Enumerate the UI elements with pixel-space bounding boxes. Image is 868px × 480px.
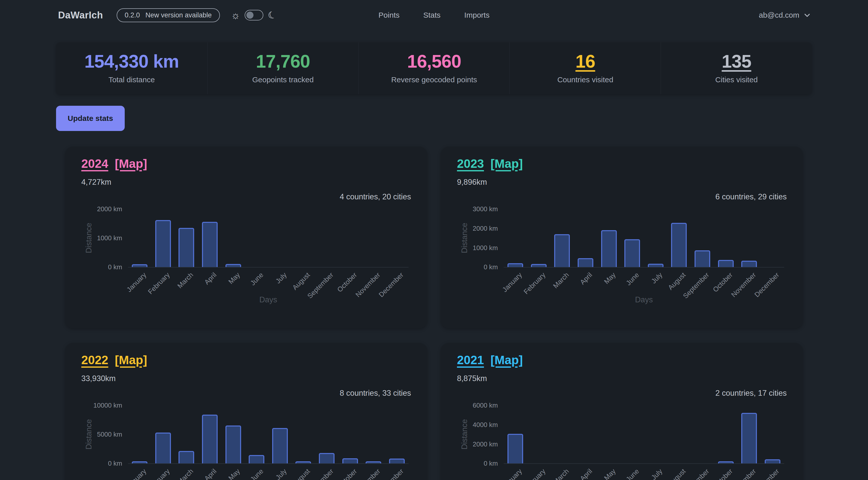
card-title: 2024[Map]	[81, 157, 411, 170]
stat-label: Geopoints tracked	[208, 75, 359, 84]
version-message: New version available	[146, 11, 212, 19]
stat-total-distance: 154,330 kmTotal distance	[56, 42, 207, 94]
card-title: 2022[Map]	[81, 353, 411, 367]
map-link-2023[interactable]: [Map]	[491, 157, 523, 170]
x-axis-line	[504, 267, 784, 267]
theme-switcher: ☼ ☾	[231, 10, 277, 21]
bar-october	[718, 260, 734, 267]
year-distance: 4,727km	[81, 178, 411, 187]
bar-may	[225, 425, 241, 463]
month-label: May	[603, 468, 617, 480]
year-card-2022: 2022[Map]33,930km8 countries, 33 citiesD…	[65, 343, 427, 480]
month-label: January	[125, 468, 148, 480]
theme-toggle[interactable]	[245, 10, 263, 21]
bar-december	[765, 459, 780, 463]
dashboard-page: DaWarIch 0.2.0 New version available ☼ ☾…	[0, 0, 868, 480]
month-label: January	[501, 468, 524, 480]
y-tick-label: 3000 km	[457, 205, 498, 213]
month-label: August	[291, 468, 312, 480]
year-link-2021[interactable]: 2021	[457, 353, 484, 367]
y-tick-label: 0 km	[81, 263, 122, 271]
year-distance: 8,875km	[457, 374, 787, 383]
month-label: December	[753, 468, 781, 480]
stat-cities-visited: 135Cities visited	[661, 42, 812, 94]
month-label: June	[625, 468, 641, 480]
y-tick-label: 5000 km	[81, 430, 122, 438]
month-label: November	[354, 468, 382, 480]
toggle-knob	[246, 11, 253, 19]
version-badge[interactable]: 0.2.0 New version available	[117, 8, 220, 22]
nav-stats[interactable]: Stats	[423, 11, 440, 20]
user-menu[interactable]: ab@cd.com	[759, 11, 811, 20]
distance-bar-chart-2022: Distance10000 km5000 km0 kmJanuaryFebrua…	[81, 400, 411, 480]
bar-august	[296, 461, 311, 463]
year-link-2022[interactable]: 2022	[81, 353, 108, 367]
map-link-2024[interactable]: [Map]	[115, 157, 147, 170]
app-logo[interactable]: DaWarIch	[58, 10, 103, 21]
update-stats-button[interactable]: Update stats	[56, 106, 125, 131]
year-card-2021: 2021[Map]8,875km2 countries, 17 citiesDi…	[441, 343, 803, 480]
month-label: November	[354, 271, 382, 299]
stat-reverse-geocoded-points: 16,560Reverse geocoded points	[359, 42, 510, 94]
y-tick-label: 1000 km	[457, 244, 498, 252]
x-axis-line	[128, 463, 408, 464]
y-tick-label: 1000 km	[81, 234, 122, 242]
distance-bar-chart-2024: Distance2000 km1000 km0 kmJanuaryFebruar…	[81, 203, 411, 302]
month-label: February	[147, 468, 172, 480]
countries-cities-summary: 8 countries, 33 cities	[81, 389, 411, 398]
month-label: February	[522, 271, 547, 296]
bar-march	[179, 228, 194, 267]
countries-cities-summary: 6 countries, 29 cities	[457, 192, 787, 201]
version-number: 0.2.0	[125, 11, 140, 19]
month-label: March	[552, 468, 570, 480]
stat-label: Total distance	[56, 75, 207, 84]
sun-icon: ☼	[231, 10, 240, 20]
x-axis-title: Days	[635, 295, 653, 305]
month-label: June	[249, 468, 265, 480]
card-title: 2023[Map]	[457, 157, 787, 170]
bar-september	[694, 250, 710, 267]
bar-july	[272, 428, 288, 463]
map-link-2022[interactable]: [Map]	[115, 353, 147, 367]
month-label: July	[274, 468, 288, 480]
month-label: August	[667, 468, 687, 480]
bar-november	[366, 461, 381, 463]
map-link-2021[interactable]: [Map]	[491, 353, 523, 367]
month-label: June	[625, 271, 641, 287]
year-link-2024[interactable]: 2024	[81, 157, 108, 170]
stat-value: 16,560	[407, 52, 461, 71]
month-label: November	[730, 468, 757, 480]
bar-january	[132, 461, 148, 463]
bar-december	[389, 458, 405, 463]
bar-may	[601, 230, 617, 267]
x-axis-line	[504, 463, 784, 464]
month-label: December	[377, 468, 405, 480]
y-tick-label: 0 km	[457, 459, 498, 468]
month-label: April	[203, 468, 218, 480]
month-label: October	[336, 468, 359, 480]
y-tick-label: 0 km	[81, 459, 122, 468]
bar-august	[671, 223, 687, 267]
nav-imports[interactable]: Imports	[464, 11, 490, 20]
month-label: February	[522, 468, 547, 480]
nav-points[interactable]: Points	[378, 11, 399, 20]
bar-january	[132, 264, 148, 267]
bar-may	[225, 264, 241, 267]
stat-label: Reverse geocoded points	[359, 75, 510, 84]
stat-label: Countries visited	[510, 75, 661, 84]
stat-value[interactable]: 135	[722, 52, 751, 71]
month-label: July	[274, 271, 288, 285]
y-tick-label: 0 km	[457, 263, 498, 271]
month-label: November	[730, 271, 757, 299]
year-link-2023[interactable]: 2023	[457, 157, 484, 170]
countries-cities-summary: 4 countries, 20 cities	[81, 192, 411, 201]
month-label: December	[377, 271, 405, 299]
year-distance: 9,896km	[457, 178, 787, 187]
bar-november	[741, 261, 757, 267]
month-label: March	[552, 271, 570, 290]
bar-april	[202, 222, 218, 267]
stat-value[interactable]: 16	[576, 52, 595, 71]
stats-summary: 154,330 kmTotal distance17,760Geopoints …	[56, 42, 812, 94]
month-label: April	[203, 271, 218, 286]
y-tick-label: 10000 km	[81, 402, 122, 409]
